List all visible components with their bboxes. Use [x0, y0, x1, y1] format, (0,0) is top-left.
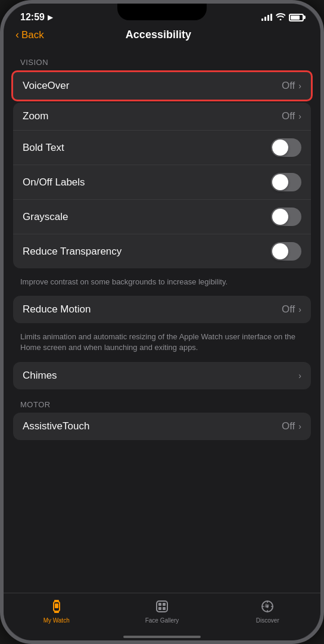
wifi-icon [276, 13, 285, 22]
reduce-motion-label: Reduce Motion [23, 304, 282, 315]
page-title: Accessibility [44, 29, 273, 41]
grayscale-row[interactable]: Grayscale [13, 200, 311, 234]
zoom-chevron-icon: › [298, 112, 301, 121]
reduce-transparency-row[interactable]: Reduce Transparency [13, 234, 311, 268]
voiceover-chevron-icon: › [298, 81, 301, 91]
onoff-labels-row[interactable]: On/Off Labels [13, 165, 311, 200]
home-bar [123, 636, 201, 638]
discover-tab-label: Discover [256, 617, 279, 624]
reduce-motion-description: Limits animation and automatic resizing … [13, 328, 311, 361]
reduce-motion-row[interactable]: Reduce Motion Off › [13, 296, 311, 323]
discover-icon [259, 598, 276, 615]
grayscale-toggle-thumb [272, 209, 288, 225]
tab-bar: My Watch Face Gallery [4, 593, 320, 636]
back-label: Back [21, 29, 44, 41]
zoom-label: Zoom [23, 110, 282, 122]
tab-my-watch[interactable]: My Watch [4, 598, 109, 624]
nav-bar: ‹ Back Accessibility [4, 26, 320, 47]
my-watch-icon [48, 598, 65, 615]
bold-text-toggle-thumb [272, 140, 288, 156]
assistive-touch-value: Off [282, 420, 295, 432]
grayscale-toggle[interactable] [271, 208, 301, 226]
zoom-row[interactable]: Zoom Off › [13, 103, 311, 131]
assistive-touch-row[interactable]: AssistiveTouch Off › [13, 413, 311, 440]
bold-text-row[interactable]: Bold Text [13, 131, 311, 165]
motor-section-header: MOTOR [13, 394, 311, 413]
back-button[interactable]: ‹ Back [15, 29, 44, 41]
face-gallery-icon [154, 598, 170, 615]
vision-settings-group: Zoom Off › Bold Text On/Off Labels [13, 103, 311, 268]
svg-rect-7 [158, 607, 161, 610]
svg-rect-4 [157, 601, 167, 612]
bold-text-toggle[interactable] [271, 138, 301, 157]
chimes-group: Chimes › [13, 362, 311, 389]
svg-marker-15 [264, 603, 269, 608]
grayscale-label: Grayscale [23, 211, 271, 223]
phone-inner: 12:59 ▶ [4, 4, 320, 640]
reduce-transparency-toggle[interactable] [271, 242, 301, 261]
chimes-chevron-icon: › [298, 371, 301, 380]
status-icons [261, 13, 304, 22]
reduce-motion-chevron-icon: › [298, 305, 301, 314]
main-content: VISION VoiceOver Off › Zoom Off › Bold T… [4, 47, 320, 593]
back-chevron-icon: ‹ [15, 29, 19, 41]
assistive-touch-label: AssistiveTouch [23, 420, 282, 432]
tab-discover[interactable]: Discover [215, 598, 320, 624]
reduce-transparency-label: Reduce Transparency [23, 246, 271, 258]
voiceover-row[interactable]: VoiceOver Off › [11, 70, 313, 101]
zoom-value: Off [282, 110, 295, 122]
notch [117, 4, 207, 20]
transparency-description: Improve contrast on some backgrounds to … [13, 273, 311, 296]
face-gallery-tab-label: Face Gallery [145, 617, 179, 624]
chimes-label: Chimes [23, 370, 298, 382]
home-indicator [4, 636, 320, 640]
reduce-motion-value: Off [282, 304, 295, 315]
onoff-labels-label: On/Off Labels [23, 177, 271, 188]
vision-section-header: VISION [13, 52, 311, 70]
svg-rect-5 [158, 603, 161, 606]
my-watch-tab-label: My Watch [43, 617, 70, 624]
svg-rect-2 [54, 600, 59, 602]
onoff-labels-toggle[interactable] [271, 173, 301, 191]
phone-frame: 12:59 ▶ [0, 0, 324, 644]
chimes-row[interactable]: Chimes › [13, 362, 311, 389]
motor-settings-group: AssistiveTouch Off › [13, 413, 311, 440]
assistive-touch-chevron-icon: › [298, 422, 301, 431]
location-icon: ▶ [48, 13, 53, 21]
status-time: 12:59 [20, 12, 45, 23]
reduce-transparency-toggle-thumb [272, 243, 288, 259]
signal-icon [261, 14, 272, 21]
voiceover-value: Off [282, 80, 295, 92]
svg-rect-3 [54, 611, 59, 613]
onoff-labels-toggle-thumb [272, 174, 288, 190]
bold-text-label: Bold Text [23, 142, 271, 154]
tab-face-gallery[interactable]: Face Gallery [109, 598, 214, 624]
reduce-motion-group: Reduce Motion Off › [13, 296, 311, 323]
voiceover-label: VoiceOver [23, 80, 282, 92]
svg-rect-1 [55, 603, 58, 608]
svg-rect-6 [163, 603, 166, 606]
battery-icon [289, 14, 304, 21]
svg-rect-8 [163, 607, 166, 610]
